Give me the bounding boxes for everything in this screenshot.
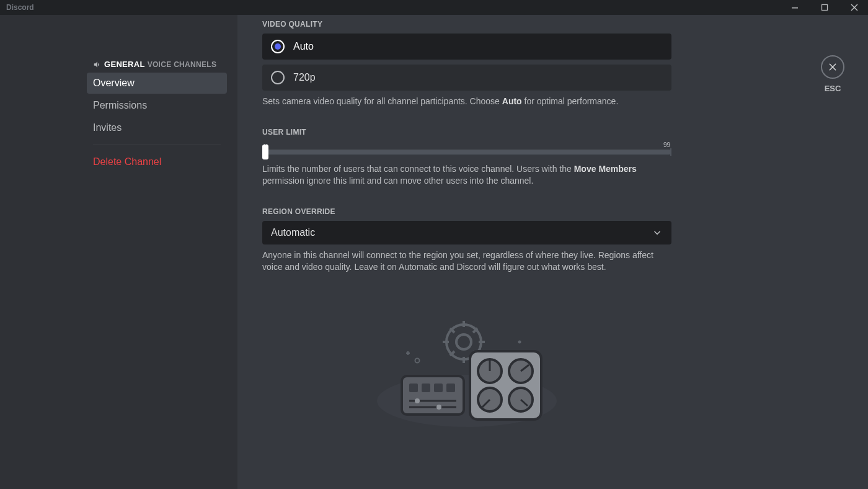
user-limit-slider[interactable]: ∞ 99 <box>262 141 671 155</box>
radio-label: 720p <box>293 72 316 83</box>
region-select-value: Automatic <box>271 227 315 238</box>
svg-point-31 <box>415 358 420 362</box>
svg-rect-26 <box>446 384 455 392</box>
sidebar-item-invites[interactable]: Invites <box>87 117 227 138</box>
sidebar-item-label: Invites <box>93 122 122 133</box>
titlebar: Discord <box>0 0 868 15</box>
sidebar-header-suffix: Voice Channels <box>148 60 217 69</box>
region-description: Anyone in this channel will connect to t… <box>262 249 671 274</box>
sidebar: General Voice Channels Overview Permissi… <box>0 15 237 489</box>
sidebar-header: General Voice Channels <box>87 60 227 73</box>
section-title-region-override: Region Override <box>262 207 671 216</box>
sidebar-header-name: General <box>104 60 145 69</box>
slider-max-label: 99 <box>663 141 670 148</box>
section-title-video-quality: Video Quality <box>262 20 671 29</box>
svg-point-29 <box>415 398 420 403</box>
radio-icon <box>271 71 285 84</box>
svg-point-32 <box>518 340 521 343</box>
sidebar-item-label: Permissions <box>93 100 147 110</box>
app-name: Discord <box>6 3 34 12</box>
section-title-user-limit: User Limit <box>262 128 671 137</box>
slider-grabber[interactable] <box>262 145 268 159</box>
close-window-button[interactable] <box>846 1 863 14</box>
svg-rect-22 <box>402 376 464 415</box>
svg-rect-25 <box>434 384 443 392</box>
svg-point-4 <box>456 334 471 349</box>
slider-track[interactable] <box>262 150 671 155</box>
svg-rect-13 <box>470 351 541 419</box>
radio-label: Auto <box>293 41 314 52</box>
svg-rect-24 <box>422 384 430 392</box>
volume-icon <box>93 60 102 69</box>
radio-option-720p[interactable]: 720p <box>262 65 671 91</box>
video-quality-description: Sets camera video quality for all channe… <box>262 96 671 108</box>
close-settings-label: ESC <box>825 84 841 93</box>
sidebar-item-label: Delete Channel <box>93 156 161 167</box>
svg-rect-0 <box>792 7 798 9</box>
sidebar-item-permissions[interactable]: Permissions <box>87 95 227 116</box>
region-select[interactable]: Automatic <box>262 221 671 244</box>
settings-illustration <box>262 317 671 429</box>
sidebar-item-label: Overview <box>93 78 135 88</box>
maximize-button[interactable] <box>816 1 833 14</box>
sidebar-item-delete-channel[interactable]: Delete Channel <box>87 151 227 173</box>
svg-rect-1 <box>822 5 828 11</box>
svg-point-30 <box>436 405 441 410</box>
chevron-down-icon <box>652 227 663 238</box>
svg-rect-23 <box>409 384 418 392</box>
radio-option-auto[interactable]: Auto <box>262 34 671 60</box>
minimize-button[interactable] <box>786 1 804 14</box>
close-settings-button[interactable] <box>821 55 844 79</box>
content-region[interactable]: Video Quality Auto 720p Sets camera vide… <box>237 15 868 489</box>
sidebar-divider <box>93 145 221 145</box>
sidebar-item-overview[interactable]: Overview <box>87 73 227 94</box>
user-limit-description: Limits the number of users that can conn… <box>262 163 671 187</box>
window-controls <box>786 1 863 14</box>
radio-icon <box>271 40 285 53</box>
